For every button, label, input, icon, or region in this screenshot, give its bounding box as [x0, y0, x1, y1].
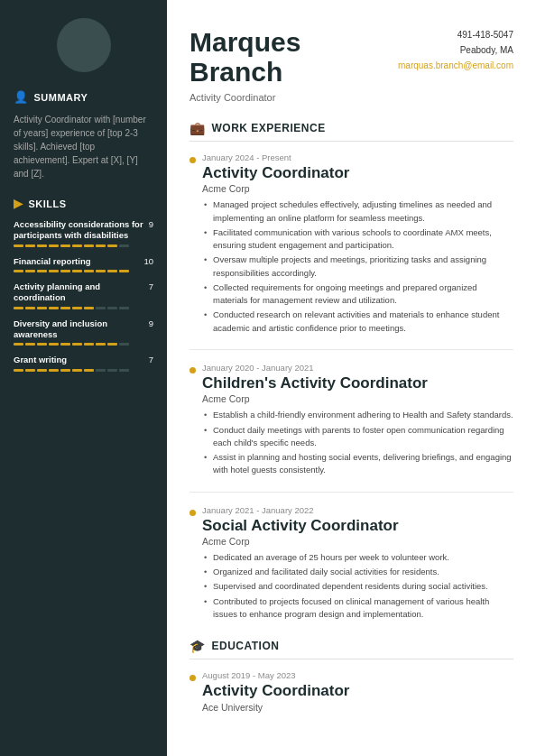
bullet-item: Assist in planning and hosting social ev…	[202, 451, 513, 477]
graduation-icon: 🎓	[189, 639, 206, 653]
edu-date: August 2019 - May 2023	[202, 670, 513, 680]
bullet-item: Contributed to projects focused on clini…	[202, 595, 513, 622]
summary-text: Activity Coordinator with [number of yea…	[14, 113, 153, 180]
bar-segment-empty	[119, 244, 129, 247]
bar-segment-filled	[25, 307, 35, 309]
location: Peabody, MA	[398, 42, 513, 58]
job-details: January 2020 - January 2021Children's Ac…	[202, 363, 513, 477]
bar-segment-filled	[25, 343, 35, 346]
bullet-item: Conducted research on relevant activitie…	[202, 309, 513, 335]
bar-segment-filled	[49, 343, 59, 346]
briefcase-icon: 💼	[189, 121, 206, 135]
resume-header: Marques Branch Activity Coordinator 491-…	[189, 27, 513, 121]
edu-degree: Activity Coordinator	[202, 682, 513, 700]
bar-segment-filled	[107, 244, 117, 247]
bullet-item: Collected requirements for ongoing meeti…	[202, 281, 513, 308]
skill-item: Diversity and inclusion awareness9	[14, 318, 153, 346]
bullet-item: Managed project schedules effectively, a…	[202, 198, 513, 225]
avatar	[57, 18, 111, 72]
bar-segment-filled	[14, 307, 23, 309]
resume-container: 👤 SUMMARY Activity Coordinator with [num…	[0, 0, 536, 756]
section-divider	[189, 492, 513, 493]
bar-segment-filled	[14, 244, 23, 247]
bar-segment-filled	[49, 244, 59, 247]
summary-section-title: 👤 SUMMARY	[14, 90, 153, 104]
bar-segment-filled	[14, 270, 23, 272]
bullet-item: Dedicated an average of 25 hours per wee…	[202, 551, 513, 564]
skill-name: Accessibility considerations for partici…	[14, 219, 149, 242]
bar-segment-filled	[49, 270, 59, 272]
bar-segment-filled	[60, 307, 70, 309]
skills-icon: ▶	[14, 197, 23, 210]
skill-score: 7	[149, 281, 153, 291]
job-bullets: Dedicated an average of 25 hours per wee…	[202, 551, 513, 621]
skill-bar	[14, 343, 153, 346]
bar-segment-filled	[14, 369, 23, 372]
skill-item: Activity planning and coordination7	[14, 281, 153, 309]
bar-segment-empty	[119, 343, 129, 346]
job-details: January 2021 - January 2022Social Activi…	[202, 505, 513, 622]
bar-segment-filled	[37, 270, 47, 272]
job-position: Activity Coordinator	[202, 164, 513, 182]
skill-bar	[14, 307, 153, 309]
bar-segment-filled	[49, 369, 59, 372]
work-experience-title: 💼 WORK EXPERIENCE	[189, 121, 513, 142]
bar-segment-filled	[96, 270, 106, 272]
contact-block: 491-418-5047 Peabody, MA marquas.branch@…	[398, 27, 513, 73]
skill-item: Grant writing7	[14, 355, 153, 371]
bar-segment-filled	[25, 270, 35, 272]
job-position: Children's Activity Coordinator	[202, 374, 513, 392]
skill-item: Financial reporting10	[14, 256, 153, 272]
skill-item: Accessibility considerations for partici…	[14, 219, 153, 247]
bar-segment-filled	[37, 343, 47, 346]
bar-segment-filled	[37, 307, 47, 309]
edu-entry: August 2019 - May 2023Activity Coordinat…	[189, 670, 513, 712]
job-details: January 2024 - PresentActivity Coordinat…	[202, 152, 513, 335]
job-date: January 2021 - January 2022	[202, 505, 513, 515]
bar-segment-empty	[96, 307, 106, 309]
main-content: Marques Branch Activity Coordinator 491-…	[167, 0, 536, 756]
name-block: Marques Branch Activity Coordinator	[189, 27, 300, 103]
skill-name: Grant writing	[14, 355, 149, 365]
bar-segment-empty	[119, 307, 129, 309]
header-job-title: Activity Coordinator	[189, 92, 300, 103]
bar-segment-filled	[25, 369, 35, 372]
skill-bar	[14, 244, 153, 247]
email: marquas.branch@email.com	[398, 58, 513, 73]
job-bullets: Establish a child-friendly environment a…	[202, 409, 513, 476]
bar-segment-filled	[119, 270, 129, 272]
bar-segment-filled	[49, 307, 59, 309]
skill-score: 9	[149, 318, 153, 328]
bar-segment-filled	[60, 244, 70, 247]
edu-school: Ace University	[202, 702, 513, 713]
bar-segment-filled	[107, 270, 117, 272]
bar-segment-filled	[60, 369, 70, 372]
job-position: Social Activity Coordinator	[202, 517, 513, 535]
bar-segment-filled	[14, 343, 23, 346]
job-company: Acme Corp	[202, 536, 513, 547]
bar-segment-filled	[84, 369, 94, 372]
bar-segment-empty	[107, 369, 117, 372]
skills-section-title: ▶ SKILLS	[14, 197, 153, 210]
skill-score: 7	[149, 355, 153, 364]
bar-segment-filled	[72, 343, 82, 346]
work-experience-section: 💼 WORK EXPERIENCE January 2024 - Present…	[189, 121, 513, 621]
skills-list: Accessibility considerations for partici…	[14, 219, 153, 372]
bar-segment-filled	[72, 244, 82, 247]
bullet-item: Facilitated communication with various s…	[202, 226, 513, 253]
phone: 491-418-5047	[398, 27, 513, 42]
section-divider	[189, 349, 513, 350]
bullet-item: Establish a child-friendly environment a…	[202, 409, 513, 421]
bar-segment-filled	[107, 343, 117, 346]
job-company: Acme Corp	[202, 183, 513, 194]
education-section: 🎓 EDUCATION August 2019 - May 2023Activi…	[189, 639, 513, 712]
bar-segment-empty	[96, 369, 106, 372]
bar-segment-filled	[84, 307, 94, 309]
bar-segment-filled	[72, 270, 82, 272]
bullet-item: Supervised and coordinated dependent res…	[202, 580, 513, 593]
skill-name: Financial reporting	[14, 256, 143, 267]
bar-segment-filled	[84, 244, 94, 247]
bar-segment-filled	[84, 343, 94, 346]
bar-segment-filled	[96, 244, 106, 247]
bar-segment-filled	[72, 369, 82, 372]
